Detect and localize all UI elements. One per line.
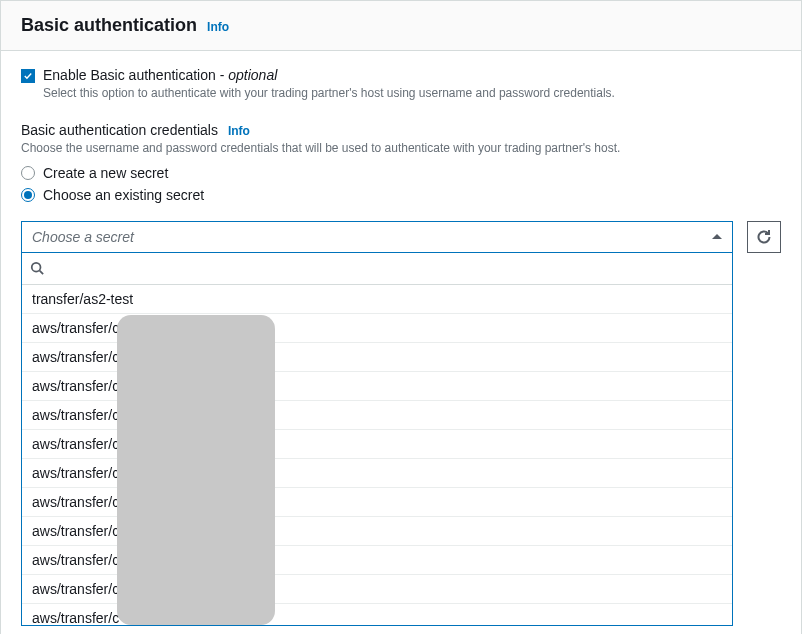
refresh-button[interactable] xyxy=(747,221,781,253)
credentials-info-link[interactable]: Info xyxy=(228,124,250,138)
secret-select-row: Choose a secret transfer/as2-test aws/tr… xyxy=(21,221,781,626)
enable-checkbox-label: Enable Basic authentication - optional xyxy=(43,67,277,83)
dropdown-item[interactable]: aws/transfer/c- xyxy=(22,517,732,546)
dropdown-search-input[interactable] xyxy=(50,260,724,276)
radio-create-label: Create a new secret xyxy=(43,165,168,181)
dropdown-item[interactable]: aws/transfer/c- xyxy=(22,488,732,517)
credentials-label: Basic authentication credentials xyxy=(21,122,218,138)
dropdown-item[interactable]: aws/transfer/c- xyxy=(22,430,732,459)
refresh-icon xyxy=(756,229,772,245)
radio-create-input[interactable] xyxy=(21,166,35,180)
secret-dropdown: transfer/as2-test aws/transfer/c-9 aws/t… xyxy=(21,253,733,626)
enable-checkbox-row[interactable]: Enable Basic authentication - optional xyxy=(21,67,781,83)
search-icon xyxy=(30,261,44,275)
dropdown-item[interactable]: aws/transfer/c- xyxy=(22,343,732,372)
radio-choose-input[interactable] xyxy=(21,188,35,202)
radio-choose-label: Choose an existing secret xyxy=(43,187,204,203)
panel-title: Basic authentication xyxy=(21,15,197,36)
dropdown-item[interactable]: transfer/as2-test xyxy=(22,285,732,314)
panel-header: Basic authentication Info xyxy=(1,1,801,51)
caret-up-icon xyxy=(712,234,722,239)
dropdown-item[interactable]: aws/transfer/c- xyxy=(22,459,732,488)
basic-auth-panel: Basic authentication Info Enable Basic a… xyxy=(0,0,802,634)
dropdown-item[interactable]: aws/transfer/c- xyxy=(22,372,732,401)
dropdown-item[interactable]: aws/transfer/c- xyxy=(22,546,732,575)
enable-description: Select this option to authenticate with … xyxy=(43,85,781,102)
dropdown-item[interactable]: aws/transfer/c- xyxy=(22,401,732,430)
radio-choose-secret[interactable]: Choose an existing secret xyxy=(21,187,781,203)
enable-checkbox[interactable] xyxy=(21,69,35,83)
secret-select-container: Choose a secret transfer/as2-test aws/tr… xyxy=(21,221,733,626)
dropdown-search-row xyxy=(22,253,732,285)
panel-body: Enable Basic authentication - optional S… xyxy=(1,51,801,634)
secret-select-placeholder: Choose a secret xyxy=(32,229,134,245)
credentials-label-row: Basic authentication credentials Info xyxy=(21,122,781,138)
svg-point-0 xyxy=(32,263,41,272)
svg-line-1 xyxy=(40,271,44,275)
radio-create-secret[interactable]: Create a new secret xyxy=(21,165,781,181)
secret-select-trigger[interactable]: Choose a secret xyxy=(21,221,733,253)
check-icon xyxy=(23,71,33,81)
dropdown-item[interactable]: aws/transfer/c- xyxy=(22,604,732,625)
header-info-link[interactable]: Info xyxy=(207,20,229,34)
credentials-description: Choose the username and password credent… xyxy=(21,140,781,157)
dropdown-item[interactable]: aws/transfer/c- xyxy=(22,575,732,604)
dropdown-list[interactable]: transfer/as2-test aws/transfer/c-9 aws/t… xyxy=(22,285,732,625)
dropdown-item[interactable]: aws/transfer/c-9 xyxy=(22,314,732,343)
